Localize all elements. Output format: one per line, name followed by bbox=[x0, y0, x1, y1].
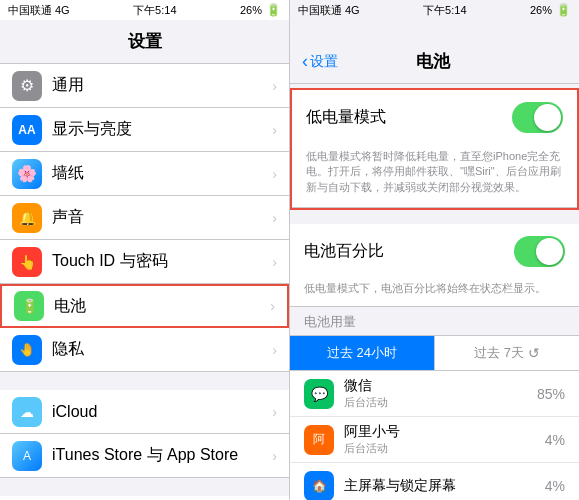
sound-icon: 🔔 bbox=[12, 203, 42, 233]
itunes-label: iTunes Store 与 App Store bbox=[52, 445, 268, 466]
network-type-right: 4G bbox=[345, 4, 360, 16]
settings-list: ⚙ 通用 › AA 显示与亮度 › 🌸 墙纸 › 🔔 声音 › bbox=[0, 64, 289, 500]
settings-item-display[interactable]: AA 显示与亮度 › bbox=[0, 108, 289, 152]
settings-item-icloud[interactable]: ☁ iCloud › bbox=[0, 390, 289, 434]
tab-7d[interactable]: 过去 7天 ↺ bbox=[435, 336, 579, 370]
alipay-icon: 阿 bbox=[304, 425, 334, 455]
low-power-description: 低电量模式将暂时降低耗电量，直至您iPhone完全充电。打开后，将停用邮件获取、… bbox=[292, 145, 577, 208]
right-panel: 中国联通 4G 下午5:14 26% 🔋 ‹ 设置 电池 低电量模式 低电量模式… bbox=[290, 0, 579, 500]
battery-percent-toggle[interactable] bbox=[514, 236, 565, 267]
wechat-info: 微信 后台活动 bbox=[344, 377, 537, 410]
battery-percent-toggle-knob bbox=[536, 238, 563, 265]
touchid-icon: 👆 bbox=[12, 247, 42, 277]
general-label: 通用 bbox=[52, 75, 268, 96]
homescreen-info: 主屏幕与锁定屏幕 bbox=[344, 477, 545, 495]
alipay-info: 阿里小号 后台活动 bbox=[344, 423, 545, 456]
carrier-text: 中国联通 bbox=[8, 3, 52, 18]
section-group-third: ✉ 邮件、通讯录、日历 › 📝 备忘录 › 📋 提醒事项 › bbox=[0, 496, 289, 500]
display-icon: AA bbox=[12, 115, 42, 145]
carrier-info-right: 中国联通 4G bbox=[298, 3, 360, 18]
app-item-homescreen: 🏠 主屏幕与锁定屏幕 4% bbox=[290, 463, 579, 500]
section-group-second: ☁ iCloud › A iTunes Store 与 App Store › bbox=[0, 390, 289, 478]
battery-percent-row: 电池百分比 bbox=[290, 224, 579, 279]
battery-icon: 🔋 bbox=[14, 291, 44, 321]
right-title: 电池 bbox=[338, 50, 527, 73]
sound-label: 声音 bbox=[52, 207, 268, 228]
wechat-icon: 💬 bbox=[304, 379, 334, 409]
battery-pct-left: 26% bbox=[240, 4, 262, 16]
homescreen-name: 主屏幕与锁定屏幕 bbox=[344, 477, 545, 495]
display-label: 显示与亮度 bbox=[52, 119, 268, 140]
app-item-wechat: 💬 微信 后台活动 85% bbox=[290, 371, 579, 417]
battery-info-right: 26% 🔋 bbox=[530, 3, 571, 17]
settings-item-privacy[interactable]: 🤚 隐私 › bbox=[0, 328, 289, 372]
privacy-label: 隐私 bbox=[52, 339, 268, 360]
privacy-icon: 🤚 bbox=[12, 335, 42, 365]
alipay-name: 阿里小号 bbox=[344, 423, 545, 441]
wechat-percent: 85% bbox=[537, 386, 565, 402]
touchid-label: Touch ID 与密码 bbox=[52, 251, 268, 272]
left-title: 设置 bbox=[128, 30, 162, 53]
usage-tabs: 过去 24小时 过去 7天 ↺ bbox=[290, 335, 579, 371]
low-power-row: 低电量模式 bbox=[292, 90, 577, 145]
section-group-main: ⚙ 通用 › AA 显示与亮度 › 🌸 墙纸 › 🔔 声音 › bbox=[0, 64, 289, 372]
display-arrow: › bbox=[272, 122, 277, 138]
wallpaper-label: 墙纸 bbox=[52, 163, 268, 184]
itunes-arrow: › bbox=[272, 448, 277, 464]
app-list: 💬 微信 后台活动 85% 阿 阿里小号 后台活动 4% 🏠 bbox=[290, 371, 579, 500]
section-divider-1 bbox=[0, 372, 289, 390]
settings-item-wallpaper[interactable]: 🌸 墙纸 › bbox=[0, 152, 289, 196]
back-chevron-icon: ‹ bbox=[302, 51, 308, 72]
battery-percent-label: 电池百分比 bbox=[304, 241, 514, 262]
back-button[interactable]: ‹ 设置 bbox=[302, 51, 338, 72]
toggle-knob bbox=[534, 104, 561, 131]
time-right: 下午5:14 bbox=[423, 3, 466, 18]
carrier-info: 中国联通 4G bbox=[8, 3, 70, 18]
tab-24h-label: 过去 24小时 bbox=[327, 344, 397, 362]
alipay-percent: 4% bbox=[545, 432, 565, 448]
battery-label: 电池 bbox=[54, 296, 266, 317]
battery-icon-left: 🔋 bbox=[266, 3, 281, 17]
carrier-text-right: 中国联通 bbox=[298, 3, 342, 18]
itunes-icon: A bbox=[12, 441, 42, 471]
sound-arrow: › bbox=[272, 210, 277, 226]
alipay-sub: 后台活动 bbox=[344, 441, 545, 456]
red-arrow-annotation: → bbox=[287, 293, 289, 319]
low-power-label: 低电量模式 bbox=[306, 107, 512, 128]
left-nav-bar: 设置 bbox=[0, 20, 289, 64]
battery-info-left: 26% 🔋 bbox=[240, 3, 281, 17]
privacy-arrow: › bbox=[272, 342, 277, 358]
battery-percent-desc: 低电量模式下，电池百分比将始终在状态栏显示。 bbox=[290, 279, 579, 306]
battery-usage-label: 电池用量 bbox=[290, 307, 579, 335]
tab-24h[interactable]: 过去 24小时 bbox=[290, 336, 435, 370]
settings-item-battery[interactable]: 🔋 电池 › → bbox=[0, 284, 289, 328]
time-left: 下午5:14 bbox=[133, 3, 176, 18]
back-label: 设置 bbox=[310, 53, 338, 71]
wallpaper-icon: 🌸 bbox=[12, 159, 42, 189]
icloud-arrow: › bbox=[272, 404, 277, 420]
settings-item-sound[interactable]: 🔔 声音 › bbox=[0, 196, 289, 240]
wallpaper-arrow: › bbox=[272, 166, 277, 182]
settings-item-general[interactable]: ⚙ 通用 › bbox=[0, 64, 289, 108]
battery-pct-right: 26% bbox=[530, 4, 552, 16]
network-type: 4G bbox=[55, 4, 70, 16]
section-divider-2 bbox=[0, 478, 289, 496]
settings-item-touchid[interactable]: 👆 Touch ID 与密码 › bbox=[0, 240, 289, 284]
battery-arrow: › bbox=[270, 298, 275, 314]
settings-item-mail[interactable]: ✉ 邮件、通讯录、日历 › bbox=[0, 496, 289, 500]
left-panel: 中国联通 4G 下午5:14 26% 🔋 设置 ⚙ 通用 › AA 显示与亮度 … bbox=[0, 0, 290, 500]
icloud-icon: ☁ bbox=[12, 397, 42, 427]
general-icon: ⚙ bbox=[12, 71, 42, 101]
homescreen-percent: 4% bbox=[545, 478, 565, 494]
homescreen-icon: 🏠 bbox=[304, 471, 334, 500]
wechat-sub: 后台活动 bbox=[344, 395, 537, 410]
settings-item-itunes[interactable]: A iTunes Store 与 App Store › bbox=[0, 434, 289, 478]
refresh-icon: ↺ bbox=[528, 345, 540, 361]
wechat-name: 微信 bbox=[344, 377, 537, 395]
status-bar-right: 中国联通 4G 下午5:14 26% 🔋 bbox=[290, 0, 579, 20]
touchid-arrow: › bbox=[272, 254, 277, 270]
low-power-toggle[interactable] bbox=[512, 102, 563, 133]
battery-icon-right: 🔋 bbox=[556, 3, 571, 17]
status-bar-left: 中国联通 4G 下午5:14 26% 🔋 bbox=[0, 0, 289, 20]
right-nav-bar: ‹ 设置 电池 bbox=[290, 20, 579, 84]
